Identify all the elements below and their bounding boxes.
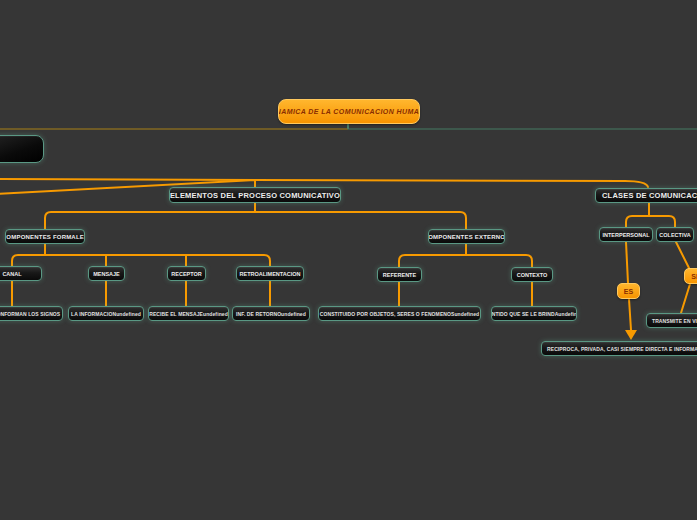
desc-referente[interactable]: CONSTITUIDO POR OBJETOS, SERES O FENOMEN… [318, 306, 481, 321]
node-mensaje[interactable]: MENSAJE [88, 266, 125, 281]
node-contexto[interactable]: CONTEXTO [511, 267, 553, 282]
node-interpersonal[interactable]: INTERPERSONAL [599, 227, 653, 242]
node-canal[interactable]: CANAL [0, 266, 42, 281]
desc-receptor[interactable]: RECIBE EL MENSAJEundefined [148, 306, 229, 321]
desc-contexto[interactable]: SENTIDO QUE SE LE BRINDAundefined [491, 306, 577, 321]
node-componentes-externos[interactable]: COMPONENTES EXTERNOS [428, 229, 505, 244]
node-referente[interactable]: REFERENTE [377, 267, 422, 282]
desc-interpersonal[interactable]: RECIPROCA, PRIVADA, CASI SIEMPRE DIRECTA… [541, 341, 697, 356]
node-receptor[interactable]: RECEPTOR [167, 266, 206, 281]
desc-colectiva[interactable]: TRANSMITE EN VI [646, 313, 697, 328]
node-componentes-formales[interactable]: COMPONENTES FORMALES [5, 229, 85, 244]
node-clases[interactable]: CLASES DE COMUNICACIÓN [595, 188, 697, 203]
desc-retroalimentacion[interactable]: INF. DE RETORNOundefined [232, 306, 310, 321]
desc-canal[interactable]: CONFORMAN LOS SIGNOS [0, 306, 63, 321]
node-colectiva[interactable]: COLECTIVA [656, 227, 694, 242]
connector-lines [0, 0, 697, 520]
clipped-node[interactable] [0, 135, 44, 163]
edge-label-es[interactable]: ES [617, 283, 640, 299]
node-elementos[interactable]: ELEMENTOS DEL PROCESO COMUNICATIVO [169, 187, 341, 203]
mindmap-canvas: DINAMICA DE LA COMUNICACION HUMANA ELEME… [0, 0, 697, 520]
arrow-down-icon [625, 330, 637, 340]
edge-label-se[interactable]: SE [684, 268, 697, 284]
desc-mensaje[interactable]: LA INFORMACIONundefined [68, 306, 144, 321]
node-retroalimentacion[interactable]: RETROALIMENTACION [236, 266, 304, 281]
root-node[interactable]: DINAMICA DE LA COMUNICACION HUMANA [278, 99, 420, 124]
